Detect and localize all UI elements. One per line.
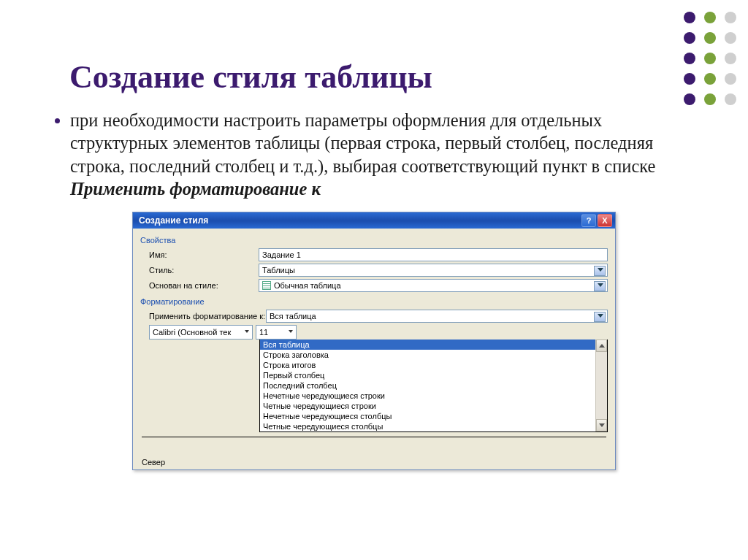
section-properties: Свойства	[140, 233, 608, 246]
dropdown-item[interactable]: Нечетные чередующиеся столбцы	[260, 411, 607, 421]
close-button[interactable]: X	[598, 214, 612, 227]
combo-applyto-value: Вся таблица	[270, 312, 316, 321]
dialog-titlebar[interactable]: Создание стиля ? X	[133, 212, 615, 229]
triangle-up-icon	[599, 344, 605, 348]
scroll-up-button[interactable]	[596, 340, 607, 352]
preview-row: Север	[133, 458, 615, 469]
chevron-down-icon	[598, 314, 603, 318]
label-applyto: Применить форматирование к:	[140, 312, 266, 321]
dropdown-item[interactable]: Строка заголовка	[260, 350, 607, 360]
applyto-dropdown-list[interactable]: Вся таблица Строка заголовка Строка итог…	[259, 340, 608, 432]
scroll-down-button[interactable]	[596, 419, 607, 431]
bullet-item: при необходимости настроить параметры оф…	[70, 109, 704, 200]
bullet-text: при необходимости настроить параметры оф…	[70, 110, 655, 176]
dropdown-item[interactable]: Четные чередующиеся строки	[260, 401, 607, 411]
combo-font-value: Calibri (Основной тек	[153, 328, 231, 337]
create-style-dialog: Создание стиля ? X Свойства Имя: Задание…	[132, 212, 616, 470]
input-name-value: Задание 1	[262, 250, 301, 259]
chevron-down-icon	[289, 330, 293, 333]
slide-body: при необходимости настроить параметры оф…	[44, 109, 704, 200]
chevron-down-icon	[598, 283, 603, 287]
chevron-down-icon	[598, 268, 603, 272]
dropdown-item[interactable]: Нечетные чередующиеся строки	[260, 391, 607, 401]
table-icon	[262, 281, 271, 290]
preview-label: Север	[142, 458, 186, 467]
combo-basedon[interactable]: Обычная таблица	[259, 279, 608, 292]
combo-basedon-value: Обычная таблица	[274, 281, 341, 290]
label-name: Имя:	[140, 250, 259, 259]
section-formatting: Форматирование	[140, 294, 608, 307]
help-button[interactable]: ?	[581, 214, 596, 227]
dialog-title: Создание стиля	[139, 215, 208, 226]
combo-style[interactable]: Таблицы	[259, 264, 608, 277]
dropdown-scrollbar[interactable]	[595, 340, 607, 431]
slide-title: Создание стиля таблицы	[69, 58, 748, 96]
preview-separator	[142, 437, 606, 458]
combo-fontsize[interactable]: 11	[256, 325, 297, 340]
combo-style-value: Таблицы	[262, 266, 295, 275]
dropdown-item[interactable]: Первый столбец	[260, 370, 607, 380]
label-style: Стиль:	[140, 266, 259, 275]
dropdown-item[interactable]: Последний столбец	[260, 380, 607, 391]
triangle-down-icon	[599, 423, 605, 427]
combo-fontsize-value: 11	[259, 328, 268, 337]
combo-font[interactable]: Calibri (Основной тек	[149, 325, 253, 340]
input-name[interactable]: Задание 1	[259, 248, 608, 261]
dropdown-item[interactable]: Вся таблица	[260, 340, 607, 350]
bullet-emphasis: Применить форматирование к	[70, 179, 321, 199]
combo-applyto[interactable]: Вся таблица	[266, 310, 608, 323]
decorative-dot-grid	[679, 7, 741, 110]
label-basedon: Основан на стиле:	[140, 281, 259, 290]
chevron-down-icon	[245, 330, 249, 333]
dropdown-item[interactable]: Строка итогов	[260, 360, 607, 370]
dropdown-item[interactable]: Четные чередующиеся столбцы	[260, 421, 607, 431]
